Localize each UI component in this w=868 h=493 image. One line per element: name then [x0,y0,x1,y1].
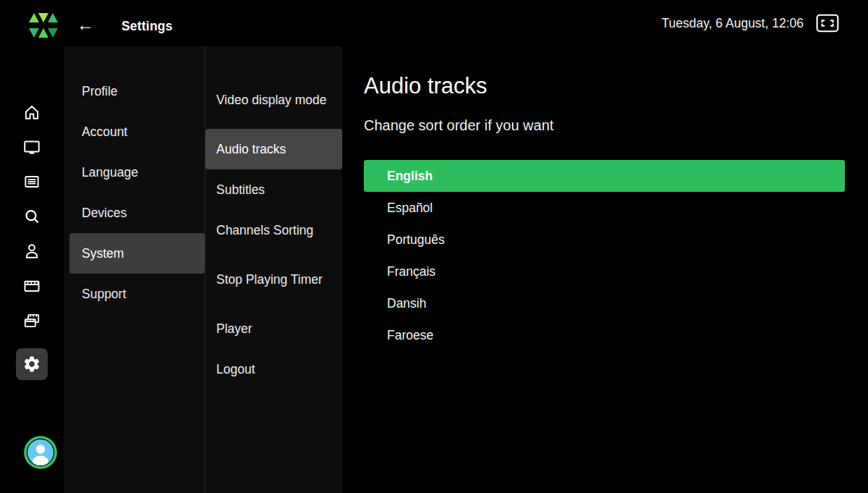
nav-rail [0,46,64,493]
rail-item-settings[interactable] [16,348,48,380]
menu-item-support[interactable]: Support [69,274,205,314]
tv-guide-icon [22,172,41,191]
submenu-item-channels-sorting[interactable]: Channels Sorting [205,210,342,250]
main-content: Audio tracks Change sort order if you wa… [364,46,845,351]
track-row-espanol[interactable]: Español [364,192,845,224]
rail-item-series[interactable] [16,311,48,330]
menu-item-system[interactable]: System [69,233,205,274]
rail-item-account[interactable] [16,242,48,261]
back-button[interactable]: ← [75,14,95,35]
settings-gear-icon [22,355,41,374]
rail-item-tv-guide[interactable] [16,172,48,191]
submenu-item-video-display-mode[interactable]: Video display mode [205,71,342,129]
back-arrow-icon: ← [77,14,94,35]
movies-icon [22,277,41,295]
datetime-label: Tuesday, 6 August, 12:06 [661,16,804,31]
track-row-dansih[interactable]: Dansih [364,287,845,319]
page-title: Settings [122,19,173,34]
track-row-english[interactable]: English [364,160,845,192]
menu-item-devices[interactable]: Devices [69,193,205,233]
track-row-portugues[interactable]: Português [364,224,845,256]
settings-menu: Profile Account Language Devices System … [64,46,205,493]
rail-item-movies[interactable] [16,277,48,295]
menu-item-language[interactable]: Language [69,152,205,193]
submenu-item-subtitles[interactable]: Subtitles [205,169,342,210]
menu-item-profile[interactable]: Profile [69,71,205,111]
topbar-right: Tuesday, 6 August, 12:06 [661,0,839,46]
content-title: Audio tracks [364,72,845,100]
home-icon [22,103,41,122]
content-subtitle: Change sort order if you want [364,116,845,135]
live-tv-icon [22,138,41,156]
track-row-faroese[interactable]: Faroese [364,319,845,351]
submenu-item-stop-playing-timer[interactable]: Stop Playing Timer [205,250,342,308]
system-submenu: Video display mode Audio tracks Subtitle… [205,46,342,493]
rail-item-search[interactable] [16,207,48,226]
submenu-item-logout[interactable]: Logout [205,349,342,389]
audio-track-list: English Español Português Français Dansi… [364,160,845,351]
avatar-icon [24,436,57,469]
screen-fit-icon[interactable] [816,14,839,33]
profile-avatar[interactable] [24,436,57,469]
submenu-item-audio-tracks[interactable]: Audio tracks [205,129,342,169]
rail-item-live-tv[interactable] [16,138,48,156]
rail-item-home[interactable] [16,103,48,122]
top-bar: ← Settings Tuesday, 6 August, 12:06 [0,0,868,46]
submenu-item-player[interactable]: Player [205,308,342,349]
nav-rail-icons [0,103,64,380]
search-icon [22,207,41,226]
settings-panel: Profile Account Language Devices System … [64,46,342,493]
app-logo-icon[interactable] [27,9,59,41]
menu-item-account[interactable]: Account [69,111,205,152]
series-icon [22,311,41,330]
account-icon [22,242,41,261]
track-row-francais[interactable]: Français [364,256,845,287]
